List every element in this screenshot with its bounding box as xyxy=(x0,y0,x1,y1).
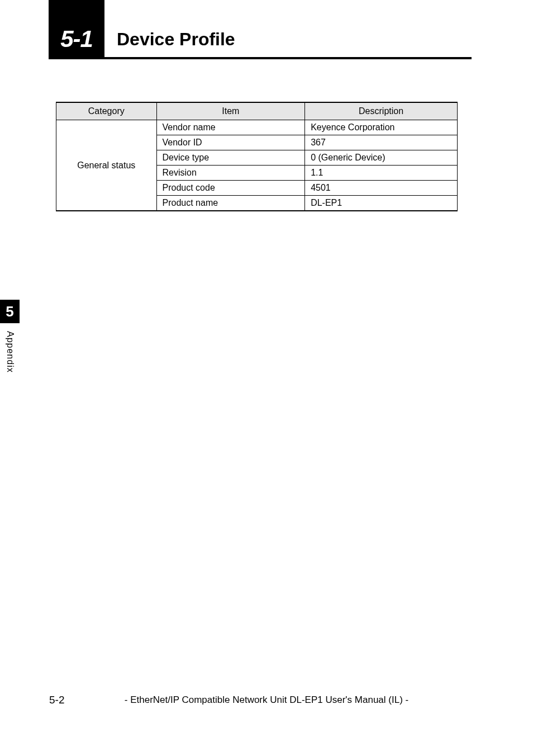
cell-description: 4501 xyxy=(305,181,458,196)
cell-item: Revision xyxy=(156,166,305,181)
footer-page-number: 5-2 xyxy=(49,694,64,706)
section-header: 5-1 Device Profile xyxy=(49,21,472,59)
col-header-item: Item xyxy=(156,102,305,120)
side-tab-label: Appendix xyxy=(5,331,15,373)
cell-item: Vendor name xyxy=(156,120,305,135)
cell-item: Product code xyxy=(156,181,305,196)
cell-description: DL-EP1 xyxy=(305,196,458,211)
cell-description: 367 xyxy=(305,135,458,150)
cell-category: General status xyxy=(56,120,157,211)
section-number-badge: 5-1 xyxy=(49,20,104,58)
content-area: Category Item Description General status… xyxy=(56,102,458,211)
cell-item: Vendor ID xyxy=(156,135,305,150)
table-row: General status Vendor name Keyence Corpo… xyxy=(56,120,458,135)
header-top-tab xyxy=(49,0,104,21)
col-header-description: Description xyxy=(305,102,458,120)
table-header-row: Category Item Description xyxy=(56,102,458,120)
col-header-category: Category xyxy=(56,102,157,120)
cell-item: Device type xyxy=(156,150,305,166)
side-tab-number: 5 xyxy=(0,300,20,323)
cell-description: 0 (Generic Device) xyxy=(305,150,458,166)
side-tab: 5 Appendix xyxy=(0,300,20,373)
cell-description: 1.1 xyxy=(305,166,458,181)
cell-description: Keyence Corporation xyxy=(305,120,458,135)
device-profile-table: Category Item Description General status… xyxy=(56,102,458,211)
section-title: Device Profile xyxy=(117,29,235,50)
cell-item: Product name xyxy=(156,196,305,211)
page-footer: 5-2 - EtherNet/IP Compatible Network Uni… xyxy=(0,694,533,706)
section-number: 5-1 xyxy=(60,26,93,53)
footer-manual-title: - EtherNet/IP Compatible Network Unit DL… xyxy=(0,694,533,706)
